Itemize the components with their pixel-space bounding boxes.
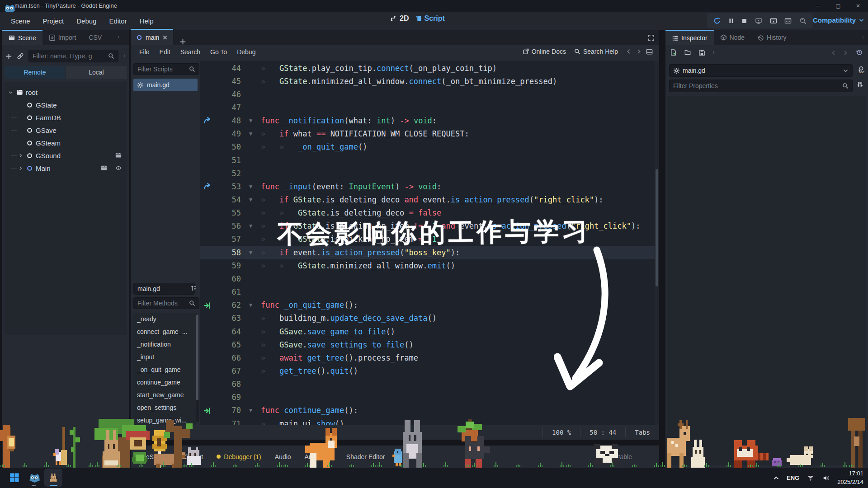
bottom-tab-animation[interactable]: Animation — [298, 446, 340, 468]
object-history-icon[interactable] — [856, 49, 863, 56]
close-button[interactable]: ✕ — [848, 1, 868, 11]
cursor-position[interactable]: 58 : 44 — [580, 427, 625, 437]
bottom-tab-filesystem[interactable]: FileSystem — [132, 446, 177, 468]
tree-node-main[interactable]: Main — [5, 162, 127, 174]
script-menu-edit[interactable]: Edit — [155, 45, 175, 59]
dock-tab-import[interactable]: Import — [42, 30, 83, 45]
sort-methods-icon[interactable] — [190, 285, 197, 291]
language-indicator[interactable]: ENG — [787, 474, 799, 481]
minimize-button[interactable]: — — [808, 1, 828, 11]
start-button[interactable] — [5, 469, 24, 487]
code-line-50[interactable]: 50» » _on_quit_game() — [200, 141, 659, 154]
pause-icon[interactable] — [728, 18, 734, 24]
load-resource-icon[interactable] — [684, 49, 691, 56]
resource-dropdown[interactable]: main.gd — [669, 64, 853, 77]
code-line-47[interactable]: 47 — [200, 101, 659, 114]
script-menu-go-to[interactable]: Go To — [205, 45, 232, 59]
method-item[interactable]: continue_game — [132, 376, 196, 389]
play-custom-scene-icon[interactable] — [784, 18, 792, 24]
scene-filter-input[interactable]: Filter: name, t:type, g — [28, 50, 118, 62]
menu-scene[interactable]: Scene — [5, 14, 37, 27]
history-back-icon[interactable] — [831, 50, 836, 56]
code-line-51[interactable]: 51 — [200, 154, 659, 167]
movie-maker-icon[interactable] — [799, 17, 807, 24]
view-tab-remote[interactable]: Remote — [5, 66, 65, 79]
bottom-tab-audio[interactable]: Audio — [268, 446, 298, 468]
method-item[interactable]: connect_game_... — [132, 325, 196, 338]
dock-menu-icon[interactable] — [862, 34, 864, 41]
zoom-level[interactable]: 100 % — [542, 427, 580, 437]
method-item[interactable]: _on_quit_game — [132, 363, 196, 376]
instance-scene-button[interactable] — [17, 52, 24, 60]
play-scene-icon[interactable] — [770, 18, 777, 24]
filter-properties-input[interactable]: Filter Properties — [669, 80, 853, 92]
script-menu-search[interactable]: Search — [175, 45, 205, 59]
filter-scripts-input[interactable]: Filter Scripts — [133, 63, 199, 75]
method-list-scrollbar[interactable] — [196, 314, 199, 422]
member-filter-box[interactable]: main.gd — [133, 283, 195, 295]
history-back-icon[interactable] — [626, 48, 632, 55]
dock-tab-csv[interactable]: CSV — [82, 30, 108, 45]
filter-methods-input[interactable]: Filter Methods — [133, 297, 199, 309]
code-line-49[interactable]: 49▼» if what == NOTIFICATION_WM_CLOSE_RE… — [200, 127, 659, 141]
eye-icon[interactable] — [115, 165, 122, 171]
dock-menu-icon[interactable] — [117, 33, 120, 41]
view-tab-local[interactable]: Local — [66, 66, 127, 79]
fold-arrow-icon[interactable]: ▼ — [249, 302, 252, 308]
close-tab-icon[interactable] — [162, 35, 168, 40]
bottom-tab-output[interactable]: Output — [177, 446, 210, 468]
fold-arrow-icon[interactable]: ▼ — [249, 131, 252, 137]
volume-icon[interactable] — [822, 475, 830, 481]
method-item[interactable]: open_settings — [132, 401, 196, 414]
fold-arrow-icon[interactable]: ▼ — [249, 197, 252, 203]
code-line-71[interactable]: 71» main_ui.show() — [200, 417, 659, 425]
script-panel-toggle-icon[interactable] — [646, 48, 653, 55]
online-docs-button[interactable]: Online Docs — [523, 48, 566, 55]
script-tab-main[interactable]: main — [131, 29, 173, 45]
tree-node-gstate[interactable]: GState — [5, 99, 127, 111]
stop-icon[interactable] — [741, 18, 747, 24]
clapper-icon[interactable] — [100, 165, 108, 171]
code-line-70[interactable]: 70▼func continue_game(): — [200, 404, 659, 417]
indent-type[interactable]: Tabs — [625, 427, 659, 437]
chevron-right-icon[interactable] — [18, 166, 24, 171]
menu-project[interactable]: Project — [37, 14, 71, 27]
code-line-53[interactable]: 53▼func _input(event: InputEvent) -> voi… — [200, 180, 659, 193]
tree-node-gsave[interactable]: GSave — [5, 124, 127, 136]
replay-icon[interactable] — [713, 17, 721, 24]
method-item[interactable]: _notification — [132, 338, 196, 351]
wifi-icon[interactable] — [807, 475, 815, 481]
new-resource-icon[interactable] — [670, 49, 677, 56]
tree-node-root[interactable]: root — [5, 86, 127, 99]
extra-filters-icon[interactable] — [857, 81, 863, 88]
method-item[interactable]: start_new_game — [132, 389, 196, 401]
distraction-free-icon[interactable] — [648, 34, 655, 41]
tree-node-gsound[interactable]: GSound — [5, 149, 127, 162]
dock-tab-inspector[interactable]: Inspector — [665, 30, 714, 45]
taskbar-godot-app[interactable] — [25, 469, 43, 487]
maximize-button[interactable]: ▢ — [828, 1, 848, 11]
history-forward-icon[interactable] — [843, 50, 848, 56]
doc-search-icon[interactable]: DOC — [857, 66, 864, 73]
workspace-tab-script[interactable]: Script — [416, 14, 444, 23]
filter-menu-icon[interactable] — [123, 52, 126, 60]
bottom-tab-shader-editor[interactable]: Shader Editor — [340, 446, 392, 468]
play-remote-icon[interactable] — [755, 18, 762, 24]
menu-help[interactable]: Help — [133, 14, 160, 27]
history-forward-icon[interactable] — [636, 48, 642, 55]
method-item[interactable]: _input — [132, 351, 196, 363]
fold-arrow-icon[interactable]: ▼ — [249, 407, 252, 413]
add-node-button[interactable] — [5, 53, 12, 60]
fold-arrow-icon[interactable]: ▼ — [249, 183, 252, 190]
bottom-tab-debugger-1-[interactable]: Debugger (1) — [210, 446, 268, 468]
fold-arrow-icon[interactable]: ▼ — [249, 117, 252, 124]
chevron-right-icon[interactable] — [18, 153, 24, 158]
menu-editor[interactable]: Editor — [103, 14, 133, 27]
code-line-52[interactable]: 52 — [200, 167, 659, 180]
code-line-44[interactable]: 44» GState.play_coin_tip.connect(_on_pla… — [200, 61, 659, 75]
menu-debug[interactable]: Debug — [70, 14, 103, 27]
code-line-46[interactable]: 46 — [200, 88, 659, 101]
code-line-45[interactable]: 45» GState.minimized_all_window.connect(… — [200, 75, 659, 88]
collapse-sidebar-icon[interactable] — [143, 429, 149, 436]
tray-chevron-up-icon[interactable] — [773, 475, 779, 481]
